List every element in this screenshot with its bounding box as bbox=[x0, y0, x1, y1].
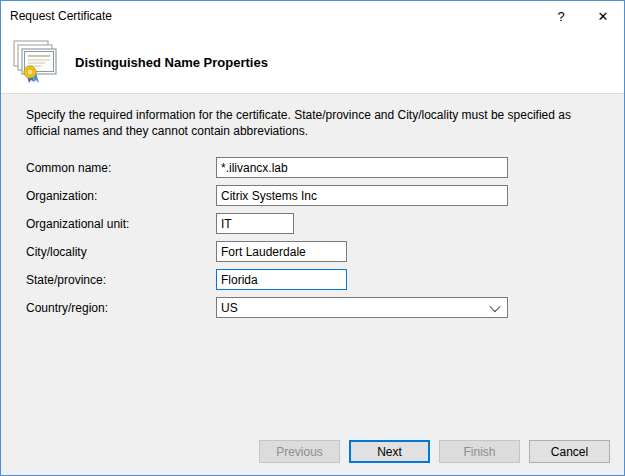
country-region-value: US bbox=[221, 301, 238, 315]
organizational-unit-label: Organizational unit: bbox=[26, 217, 216, 231]
common-name-label: Common name: bbox=[26, 161, 216, 175]
window-title: Request Certificate bbox=[1, 9, 540, 23]
organizational-unit-input[interactable] bbox=[216, 213, 294, 234]
country-region-label: Country/region: bbox=[26, 301, 216, 315]
city-locality-input[interactable] bbox=[216, 241, 347, 262]
instructions-text: Specify the required information for the… bbox=[26, 108, 586, 139]
request-certificate-dialog: Request Certificate ? ✕ Distinguished Na… bbox=[0, 0, 625, 476]
city-locality-label: City/locality bbox=[26, 245, 216, 259]
cancel-button[interactable]: Cancel bbox=[529, 440, 610, 463]
organization-label: Organization: bbox=[26, 189, 216, 203]
finish-button: Finish bbox=[439, 440, 520, 463]
common-name-input[interactable] bbox=[216, 157, 508, 178]
organization-input[interactable] bbox=[216, 185, 508, 206]
organization-row: Organization: bbox=[26, 185, 599, 206]
help-icon[interactable]: ? bbox=[540, 1, 582, 31]
certificates-icon bbox=[11, 39, 61, 85]
previous-button: Previous bbox=[259, 440, 340, 463]
wizard-body: Specify the required information for the… bbox=[1, 94, 624, 440]
page-title: Distinguished Name Properties bbox=[75, 55, 268, 70]
common-name-row: Common name: bbox=[26, 157, 599, 178]
state-province-input[interactable] bbox=[216, 269, 347, 290]
city-locality-row: City/locality bbox=[26, 241, 599, 262]
next-button[interactable]: Next bbox=[349, 440, 430, 463]
chevron-down-icon bbox=[489, 301, 500, 312]
country-region-select[interactable]: US bbox=[216, 297, 508, 318]
state-province-label: State/province: bbox=[26, 273, 216, 287]
state-province-row: State/province: bbox=[26, 269, 599, 290]
wizard-footer: Previous Next Finish Cancel bbox=[1, 440, 624, 475]
title-bar: Request Certificate ? ✕ bbox=[1, 1, 624, 31]
close-icon[interactable]: ✕ bbox=[582, 1, 624, 31]
organizational-unit-row: Organizational unit: bbox=[26, 213, 599, 234]
country-region-row: Country/region: US bbox=[26, 297, 599, 318]
wizard-header: Distinguished Name Properties bbox=[1, 31, 624, 94]
